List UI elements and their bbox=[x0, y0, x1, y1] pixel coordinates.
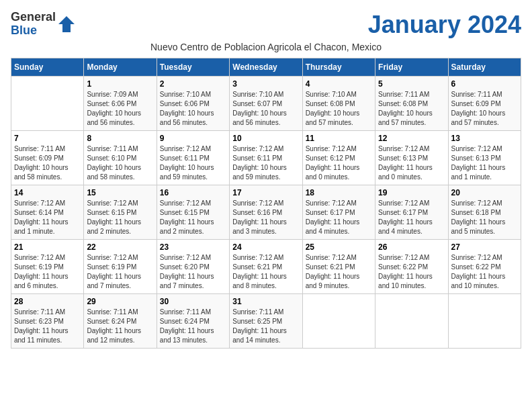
calendar-cell: 20Sunrise: 7:12 AM Sunset: 6:18 PM Dayli… bbox=[448, 185, 521, 240]
day-info: Sunrise: 7:11 AM Sunset: 6:24 PM Dayligh… bbox=[87, 308, 153, 345]
week-row-5: 28Sunrise: 7:11 AM Sunset: 6:23 PM Dayli… bbox=[11, 294, 521, 349]
calendar-cell: 3Sunrise: 7:10 AM Sunset: 6:07 PM Daylig… bbox=[230, 77, 302, 131]
header-day-thursday: Thursday bbox=[302, 58, 375, 77]
day-number: 10 bbox=[232, 134, 299, 143]
calendar-cell: 25Sunrise: 7:12 AM Sunset: 6:21 PM Dayli… bbox=[302, 240, 375, 294]
header-day-sunday: Sunday bbox=[11, 58, 84, 77]
day-number: 3 bbox=[232, 79, 299, 89]
calendar-cell: 19Sunrise: 7:12 AM Sunset: 6:17 PM Dayli… bbox=[375, 185, 448, 240]
calendar-cell: 23Sunrise: 7:12 AM Sunset: 6:20 PM Dayli… bbox=[157, 240, 229, 294]
day-info: Sunrise: 7:12 AM Sunset: 6:19 PM Dayligh… bbox=[87, 253, 153, 291]
day-number: 11 bbox=[306, 134, 372, 143]
day-info: Sunrise: 7:12 AM Sunset: 6:21 PM Dayligh… bbox=[306, 253, 372, 291]
logo-blue: Blue bbox=[11, 24, 37, 37]
day-number: 20 bbox=[451, 188, 518, 197]
calendar-cell: 5Sunrise: 7:11 AM Sunset: 6:08 PM Daylig… bbox=[375, 77, 448, 131]
day-number: 23 bbox=[160, 242, 226, 252]
calendar-cell bbox=[448, 294, 521, 349]
calendar-cell bbox=[11, 77, 84, 131]
day-number: 16 bbox=[160, 188, 226, 197]
day-info: Sunrise: 7:12 AM Sunset: 6:15 PM Dayligh… bbox=[160, 199, 226, 236]
calendar-cell: 26Sunrise: 7:12 AM Sunset: 6:22 PM Dayli… bbox=[375, 240, 448, 294]
calendar-cell: 21Sunrise: 7:12 AM Sunset: 6:19 PM Dayli… bbox=[11, 240, 84, 294]
day-number: 14 bbox=[14, 188, 81, 197]
day-number: 5 bbox=[378, 79, 445, 89]
day-info: Sunrise: 7:11 AM Sunset: 6:10 PM Dayligh… bbox=[87, 144, 153, 182]
calendar-cell: 31Sunrise: 7:11 AM Sunset: 6:25 PM Dayli… bbox=[230, 294, 302, 349]
day-info: Sunrise: 7:09 AM Sunset: 6:06 PM Dayligh… bbox=[87, 90, 153, 128]
day-info: Sunrise: 7:12 AM Sunset: 6:21 PM Dayligh… bbox=[232, 253, 299, 291]
logo-icon bbox=[57, 15, 76, 34]
day-number: 6 bbox=[451, 79, 518, 89]
day-info: Sunrise: 7:12 AM Sunset: 6:17 PM Dayligh… bbox=[306, 199, 372, 236]
subtitle: Nuevo Centro de Poblacion Agricola el Ch… bbox=[11, 42, 521, 52]
day-info: Sunrise: 7:12 AM Sunset: 6:13 PM Dayligh… bbox=[378, 144, 445, 182]
week-row-4: 21Sunrise: 7:12 AM Sunset: 6:19 PM Dayli… bbox=[11, 240, 521, 294]
day-info: Sunrise: 7:12 AM Sunset: 6:11 PM Dayligh… bbox=[232, 144, 299, 182]
logo: General Blue bbox=[11, 11, 76, 38]
calendar-cell: 16Sunrise: 7:12 AM Sunset: 6:15 PM Dayli… bbox=[157, 185, 229, 240]
day-info: Sunrise: 7:12 AM Sunset: 6:14 PM Dayligh… bbox=[14, 199, 81, 236]
calendar-cell: 2Sunrise: 7:10 AM Sunset: 6:06 PM Daylig… bbox=[157, 77, 229, 131]
calendar-cell: 13Sunrise: 7:12 AM Sunset: 6:13 PM Dayli… bbox=[448, 131, 521, 185]
calendar-cell: 29Sunrise: 7:11 AM Sunset: 6:24 PM Dayli… bbox=[84, 294, 157, 349]
day-info: Sunrise: 7:12 AM Sunset: 6:18 PM Dayligh… bbox=[451, 199, 518, 236]
day-info: Sunrise: 7:12 AM Sunset: 6:15 PM Dayligh… bbox=[87, 199, 153, 236]
calendar-cell: 24Sunrise: 7:12 AM Sunset: 6:21 PM Dayli… bbox=[230, 240, 302, 294]
day-number: 19 bbox=[378, 188, 445, 197]
day-number: 15 bbox=[87, 188, 153, 197]
week-row-1: 1Sunrise: 7:09 AM Sunset: 6:06 PM Daylig… bbox=[11, 77, 521, 131]
day-number: 13 bbox=[451, 134, 518, 143]
calendar-cell bbox=[302, 294, 375, 349]
page-header: General Blue January 2024 bbox=[11, 11, 521, 39]
day-info: Sunrise: 7:11 AM Sunset: 6:09 PM Dayligh… bbox=[14, 144, 81, 182]
header-row: SundayMondayTuesdayWednesdayThursdayFrid… bbox=[11, 58, 521, 77]
day-number: 22 bbox=[87, 242, 153, 252]
svg-marker-0 bbox=[58, 16, 75, 32]
day-number: 31 bbox=[232, 297, 299, 306]
day-number: 28 bbox=[14, 297, 81, 306]
calendar-cell: 1Sunrise: 7:09 AM Sunset: 6:06 PM Daylig… bbox=[84, 77, 157, 131]
day-number: 27 bbox=[451, 242, 518, 252]
calendar-cell: 10Sunrise: 7:12 AM Sunset: 6:11 PM Dayli… bbox=[230, 131, 302, 185]
week-row-3: 14Sunrise: 7:12 AM Sunset: 6:14 PM Dayli… bbox=[11, 185, 521, 240]
day-info: Sunrise: 7:12 AM Sunset: 6:19 PM Dayligh… bbox=[14, 253, 81, 291]
calendar-cell: 27Sunrise: 7:12 AM Sunset: 6:22 PM Dayli… bbox=[448, 240, 521, 294]
day-info: Sunrise: 7:12 AM Sunset: 6:20 PM Dayligh… bbox=[160, 253, 226, 291]
day-info: Sunrise: 7:11 AM Sunset: 6:24 PM Dayligh… bbox=[160, 308, 226, 345]
calendar-cell bbox=[375, 294, 448, 349]
calendar-cell: 15Sunrise: 7:12 AM Sunset: 6:15 PM Dayli… bbox=[84, 185, 157, 240]
day-number: 21 bbox=[14, 242, 81, 252]
day-info: Sunrise: 7:12 AM Sunset: 6:17 PM Dayligh… bbox=[378, 199, 445, 236]
day-number: 18 bbox=[306, 188, 372, 197]
day-number: 17 bbox=[232, 188, 299, 197]
day-number: 29 bbox=[87, 297, 153, 306]
week-row-2: 7Sunrise: 7:11 AM Sunset: 6:09 PM Daylig… bbox=[11, 131, 521, 185]
calendar-cell: 11Sunrise: 7:12 AM Sunset: 6:12 PM Dayli… bbox=[302, 131, 375, 185]
calendar-cell: 18Sunrise: 7:12 AM Sunset: 6:17 PM Dayli… bbox=[302, 185, 375, 240]
header-day-tuesday: Tuesday bbox=[157, 58, 229, 77]
calendar-cell: 17Sunrise: 7:12 AM Sunset: 6:16 PM Dayli… bbox=[230, 185, 302, 240]
day-info: Sunrise: 7:12 AM Sunset: 6:12 PM Dayligh… bbox=[306, 144, 372, 182]
header-day-friday: Friday bbox=[375, 58, 448, 77]
day-number: 30 bbox=[160, 297, 226, 306]
day-info: Sunrise: 7:12 AM Sunset: 6:13 PM Dayligh… bbox=[451, 144, 518, 182]
calendar-cell: 30Sunrise: 7:11 AM Sunset: 6:24 PM Dayli… bbox=[157, 294, 229, 349]
day-number: 2 bbox=[160, 79, 226, 89]
header-day-monday: Monday bbox=[84, 58, 157, 77]
day-number: 9 bbox=[160, 134, 226, 143]
day-info: Sunrise: 7:12 AM Sunset: 6:16 PM Dayligh… bbox=[232, 199, 299, 236]
day-info: Sunrise: 7:10 AM Sunset: 6:06 PM Dayligh… bbox=[160, 90, 226, 128]
day-number: 4 bbox=[306, 79, 372, 89]
header-day-saturday: Saturday bbox=[448, 58, 521, 77]
calendar-cell: 6Sunrise: 7:11 AM Sunset: 6:09 PM Daylig… bbox=[448, 77, 521, 131]
day-number: 8 bbox=[87, 134, 153, 143]
calendar-cell: 14Sunrise: 7:12 AM Sunset: 6:14 PM Dayli… bbox=[11, 185, 84, 240]
header-day-wednesday: Wednesday bbox=[230, 58, 302, 77]
calendar-cell: 4Sunrise: 7:10 AM Sunset: 6:08 PM Daylig… bbox=[302, 77, 375, 131]
day-info: Sunrise: 7:11 AM Sunset: 6:09 PM Dayligh… bbox=[451, 90, 518, 128]
day-info: Sunrise: 7:11 AM Sunset: 6:23 PM Dayligh… bbox=[14, 308, 81, 345]
calendar-cell: 22Sunrise: 7:12 AM Sunset: 6:19 PM Dayli… bbox=[84, 240, 157, 294]
day-info: Sunrise: 7:11 AM Sunset: 6:25 PM Dayligh… bbox=[232, 308, 299, 345]
day-number: 25 bbox=[306, 242, 372, 252]
